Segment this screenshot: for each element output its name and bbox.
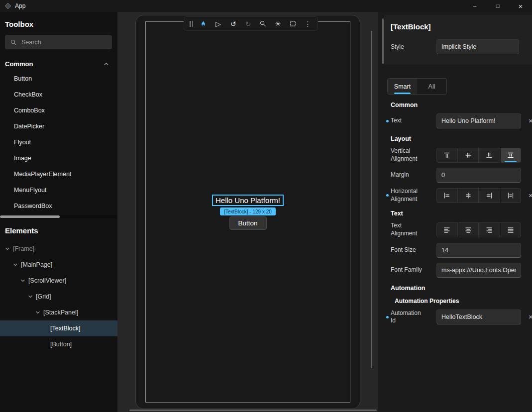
toolbox-item-image[interactable]: Image: [0, 150, 117, 166]
horizontal-alignment-group: [436, 188, 521, 203]
prop-row-text-alignment: Text Alignment: [391, 222, 532, 237]
halign-left-button[interactable]: [436, 188, 458, 203]
undo-button[interactable]: ↺: [229, 19, 237, 28]
chevron-down-icon[interactable]: [13, 262, 18, 267]
inspect-element-button[interactable]: [259, 19, 267, 28]
section-text: Text: [391, 210, 532, 217]
text-label: Text: [391, 117, 436, 125]
tree-item-frame[interactable]: [Frame]: [0, 241, 117, 257]
selection-outline-button[interactable]: [289, 19, 297, 28]
modified-dot: [386, 120, 389, 122]
chevron-down-icon[interactable]: [35, 310, 40, 315]
theme-toggle-button[interactable]: ☀: [274, 19, 282, 28]
margin-field[interactable]: [436, 168, 521, 183]
elements-title: Elements: [5, 226, 117, 235]
tree-item-label: [MainPage]: [21, 261, 52, 268]
section-automation-properties: Automation Properties: [395, 298, 532, 305]
valign-bottom-button[interactable]: [479, 148, 500, 163]
play-button[interactable]: ▷: [214, 19, 222, 28]
style-label: Style: [391, 43, 436, 50]
halign-stretch-button[interactable]: [501, 188, 522, 203]
chevron-down-icon[interactable]: [28, 294, 33, 299]
search-icon: [10, 39, 17, 46]
design-toolbar: ▷ ↺ ↻ ☀ ⋮: [184, 16, 318, 31]
tab-smart[interactable]: Smart: [388, 79, 417, 94]
tree-item-label: [TextBlock]: [50, 325, 80, 332]
text-align-right-button[interactable]: [479, 222, 500, 237]
chevron-down-icon[interactable]: [20, 278, 25, 283]
hot-design-flame-icon[interactable]: [199, 19, 208, 28]
redo-button[interactable]: ↻: [244, 19, 252, 28]
prop-row-vertical-alignment: Vertical Alignment: [391, 147, 532, 163]
section-automation: Automation: [391, 285, 532, 292]
canvas-textblock[interactable]: Hello Uno Platform!: [212, 195, 284, 206]
text-align-center-button[interactable]: [458, 222, 479, 237]
chevron-down-icon[interactable]: [5, 246, 10, 251]
canvas-vertical-scrollbar[interactable]: [371, 31, 372, 368]
inspector-content: Common Text × Layout Vertical Alignment: [378, 102, 532, 325]
tree-item-scrollviewer[interactable]: [ScrollViewer]: [0, 273, 117, 289]
tree-item-label: [Grid]: [36, 293, 51, 300]
text-alignment-label: Text Alignment: [391, 222, 436, 237]
tree-item-mainpage[interactable]: [MainPage]: [0, 257, 117, 273]
toolbox-item-flyout[interactable]: Flyout: [0, 134, 117, 150]
search-input[interactable]: [21, 39, 107, 46]
horizontal-alignment-label: Horizontal Alignment: [391, 188, 436, 203]
inspector-scrollbar[interactable]: [382, 18, 384, 64]
row-overflow-button[interactable]: ×: [529, 312, 532, 321]
row-overflow-button[interactable]: ×: [529, 116, 532, 125]
canvas-button[interactable]: Button: [229, 216, 266, 230]
chevron-up-icon[interactable]: [104, 61, 109, 67]
prop-row-text: Text ×: [391, 113, 532, 128]
tree-item-label: [Frame]: [13, 245, 34, 252]
scrollbar-thumb[interactable]: [0, 215, 60, 218]
valign-stretch-button[interactable]: [501, 148, 522, 163]
tree-item-label: [Button]: [50, 341, 72, 348]
tab-all[interactable]: All: [417, 79, 446, 94]
toolbox-item-checkbox[interactable]: CheckBox: [0, 87, 117, 103]
toolbox-item-button[interactable]: Button: [0, 71, 117, 87]
valign-center-button[interactable]: [458, 148, 479, 163]
automation-id-label: Automation Id: [391, 309, 436, 325]
toolbox-item-combobox[interactable]: ComboBox: [0, 103, 117, 118]
tree-item-button[interactable]: [Button]: [0, 336, 117, 352]
more-options-button[interactable]: ⋮: [304, 19, 312, 28]
toolbar-drag-handle-icon[interactable]: [190, 21, 193, 27]
prop-row-horizontal-alignment: Horizontal Alignment ×: [391, 188, 532, 203]
tree-item-textblock[interactable]: [TextBlock]: [0, 320, 117, 336]
font-family-field[interactable]: [436, 263, 521, 278]
style-field[interactable]: [436, 39, 519, 54]
font-size-field[interactable]: [436, 243, 521, 258]
toolbox-item-mediaplayerelement[interactable]: MediaPlayerElement: [0, 166, 117, 182]
text-align-justify-button[interactable]: [501, 222, 522, 237]
toolbox-title: Toolbox: [5, 20, 117, 28]
toolbox-item-passwordbox[interactable]: PasswordBox: [0, 198, 117, 214]
modified-dot: [386, 316, 389, 318]
toolbox-horizontal-scrollbar[interactable]: [0, 215, 117, 218]
window-controls: − □ ×: [463, 0, 532, 12]
close-button[interactable]: ×: [509, 0, 532, 12]
toolbox-item-datepicker[interactable]: DatePicker: [0, 118, 117, 134]
tree-item-grid[interactable]: [Grid]: [0, 289, 117, 305]
prop-row-margin: Margin: [391, 168, 532, 183]
active-tab-indicator: [394, 93, 411, 94]
halign-center-button[interactable]: [458, 188, 479, 203]
maximize-button[interactable]: □: [486, 0, 509, 12]
tree-item-stackpanel[interactable]: [StackPanel]: [0, 305, 117, 320]
canvas-horizontal-scrollbar[interactable]: [129, 410, 377, 411]
toolbox-search[interactable]: [5, 35, 112, 49]
halign-right-button[interactable]: [479, 188, 500, 203]
valign-top-button[interactable]: [436, 148, 458, 163]
row-overflow-button[interactable]: ×: [529, 191, 532, 200]
text-align-left-button[interactable]: [436, 222, 458, 237]
minimize-button[interactable]: −: [463, 0, 486, 12]
tree-item-label: [ScrollViewer]: [28, 277, 66, 284]
prop-row-font-size: Font Size: [391, 243, 532, 258]
design-canvas: Hello Uno Platform! [TextBlock] - 129 x …: [117, 12, 378, 412]
toolbox-item-menuflyout[interactable]: MenuFlyout: [0, 182, 117, 198]
canvas-selection-stack: Hello Uno Platform! [TextBlock] - 129 x …: [212, 195, 284, 230]
inspector-header-card: [TextBlock] Style: [384, 15, 532, 65]
toolbox-section-common[interactable]: Common: [0, 57, 117, 71]
text-field[interactable]: [436, 113, 521, 128]
automation-id-field[interactable]: [436, 309, 521, 324]
